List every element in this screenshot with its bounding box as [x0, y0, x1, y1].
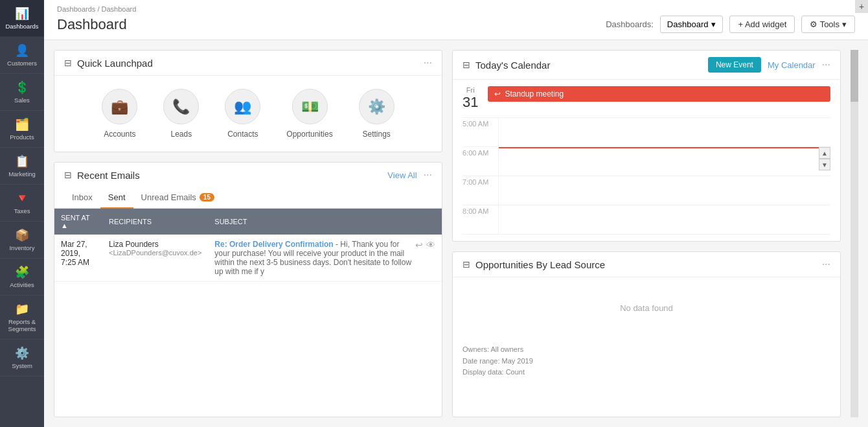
calendar-day-name: Fri: [463, 86, 478, 94]
header-controls: Dashboards: Dashboard ▾ + Add widget ⚙ T…: [606, 16, 855, 33]
current-time-indicator: [499, 147, 830, 148]
eye-icon[interactable]: 👁: [426, 240, 435, 250]
tools-button[interactable]: ⚙ Tools ▾: [801, 16, 855, 33]
sidebar-item-label: Activities: [10, 281, 34, 288]
collapse-icon[interactable]: ⊟: [463, 259, 470, 270]
time-label-7am: 7:00 AM: [463, 176, 498, 186]
sidebar-item-marketing[interactable]: 📋 Marketing: [0, 148, 44, 185]
sidebar-item-reports[interactable]: 📁 Reports & Segments: [0, 295, 44, 340]
marketing-icon: 📋: [15, 154, 29, 168]
inventory-icon: 📦: [15, 228, 29, 242]
table-row: Mar 27, 2019, 7:25 AM Liza Pounders <Liz…: [54, 235, 442, 282]
my-calendar-link[interactable]: My Calendar: [768, 60, 816, 70]
settings-icon: ⚙️: [359, 89, 394, 124]
calendar-timeline: 5:00 AM 6:00 AM ▲ ▼: [463, 117, 830, 235]
activities-icon: 🧩: [15, 265, 29, 279]
calendar-body: Fri 31 ↩ Standup meeting: [453, 80, 840, 241]
tab-unread[interactable]: Unread Emails 15: [133, 187, 222, 209]
widget-title-row: ⊟ Opportunities By Lead Source: [463, 259, 605, 270]
collapse-icon[interactable]: ⊟: [463, 60, 470, 70]
col-recipients: RECIPIENTS: [102, 209, 208, 235]
sidebar-item-products[interactable]: 🗂️ Products: [0, 111, 44, 148]
opportunities-footer: Owners: All owners Date range: May 2019 …: [453, 339, 840, 384]
calendar-header-right: New Event My Calendar ···: [708, 57, 830, 73]
email-content: Re: Order Delivery Confirmation - Hi, Th…: [208, 235, 442, 282]
breadcrumb-dashboard[interactable]: Dashboard: [102, 5, 137, 13]
scroll-down-button[interactable]: ▼: [819, 159, 830, 170]
timeline-wrapper: 5:00 AM 6:00 AM ▲ ▼: [463, 117, 830, 235]
tools-label: ⚙ Tools: [810, 19, 839, 29]
sidebar-item-dashboards[interactable]: 📊 Dashboards: [0, 0, 44, 37]
launchpad-item-label: Settings: [363, 130, 391, 139]
products-icon: 🗂️: [15, 117, 29, 132]
launchpad-item-leads[interactable]: 📞 Leads: [163, 89, 199, 139]
widget-menu-icon[interactable]: ···: [424, 57, 432, 69]
calendar-date: Fri 31: [463, 86, 478, 111]
tab-sent[interactable]: Sent: [100, 187, 133, 209]
col-sent-at[interactable]: SENT AT ▲: [54, 209, 102, 235]
email-subject[interactable]: Re: Order Delivery Confirmation: [214, 240, 333, 249]
time-content-7am: [498, 176, 830, 205]
accounts-icon: 💼: [102, 89, 137, 124]
opp-owners: Owners: All owners: [463, 344, 830, 356]
launchpad-item-contacts[interactable]: 👥 Contacts: [225, 89, 260, 139]
launchpad-item-accounts[interactable]: 💼 Accounts: [102, 89, 137, 139]
dashboards-label: Dashboards:: [606, 19, 654, 29]
sidebar-item-taxes[interactable]: 🔻 Taxes: [0, 185, 44, 222]
top-plus-button[interactable]: +: [855, 0, 868, 13]
collapse-icon[interactable]: ⊟: [64, 58, 72, 68]
calendar-event[interactable]: ↩ Standup meeting: [488, 86, 830, 102]
recipient-name: Liza Pounders: [109, 240, 201, 249]
recent-emails-title: Recent Emails: [77, 170, 140, 181]
sidebar-item-system[interactable]: ⚙️ System: [0, 340, 44, 376]
sidebar-item-label: Customers: [7, 60, 37, 67]
taxes-icon: 🔻: [15, 191, 29, 205]
launchpad-item-label: Contacts: [227, 130, 258, 139]
collapse-icon[interactable]: ⊟: [64, 170, 72, 180]
sidebar-item-label: Inventory: [9, 244, 34, 251]
sidebar-item-label: Dashboards: [5, 23, 38, 30]
calendar-date-row: Fri 31 ↩ Standup meeting: [463, 86, 830, 111]
calendar-header: ⊟ Today's Calendar New Event My Calendar…: [453, 51, 840, 80]
widget-title-row: ⊟ Recent Emails: [64, 170, 140, 181]
widget-title-row: ⊟ Quick Launchpad: [64, 58, 153, 69]
scrollbar-thumb[interactable]: [851, 50, 858, 102]
sidebar-item-inventory[interactable]: 📦 Inventory: [0, 222, 44, 259]
tab-inbox[interactable]: Inbox: [64, 187, 100, 209]
widget-menu-icon[interactable]: ···: [822, 259, 830, 270]
opp-display-data: Display data: Count: [463, 367, 830, 378]
page-scrollbar[interactable]: [851, 50, 858, 417]
time-slot-8am: 8:00 AM: [463, 205, 830, 235]
launchpad-item-settings[interactable]: ⚙️ Settings: [359, 89, 394, 139]
dashboard-select-button[interactable]: Dashboard ▾: [660, 16, 724, 33]
email-recipient: Liza Pounders <LizaDPounders@cuvox.de>: [102, 235, 208, 282]
scroll-up-button[interactable]: ▲: [819, 147, 830, 159]
launchpad-item-opportunities[interactable]: 💵 Opportunities: [286, 89, 332, 139]
col-sent-at-label: SENT AT: [61, 214, 90, 222]
dashboard-select-value: Dashboard: [667, 19, 709, 29]
sidebar-item-sales[interactable]: 💲 Sales: [0, 74, 44, 111]
widget-title-row: ⊟ Today's Calendar: [463, 60, 550, 71]
content-area: ⊟ Quick Launchpad ··· 💼 Accounts 📞 Leads: [44, 40, 868, 427]
calendar-events: ↩ Standup meeting: [488, 86, 830, 105]
sidebar-item-label: Taxes: [14, 207, 30, 214]
breadcrumb-dashboards[interactable]: Dashboards: [57, 5, 95, 13]
leads-icon: 📞: [163, 89, 199, 124]
view-all-link[interactable]: View All: [387, 170, 417, 180]
opportunities-widget: ⊟ Opportunities By Lead Source ··· No da…: [452, 251, 841, 417]
tab-unread-label: Unread Emails: [141, 192, 196, 202]
opportunities-header: ⊟ Opportunities By Lead Source ···: [453, 252, 840, 277]
reply-icon[interactable]: ↩: [415, 240, 423, 250]
col-subject-label: SUBJECT: [214, 218, 247, 225]
add-widget-button[interactable]: + Add widget: [729, 16, 795, 33]
calendar-title: Today's Calendar: [475, 60, 550, 71]
quick-launchpad-title: Quick Launchpad: [77, 58, 153, 69]
recipient-email: <LizaDPounders@cuvox.de>: [109, 249, 201, 257]
time-content-8am: [498, 205, 830, 234]
sidebar-item-customers[interactable]: 👤 Customers: [0, 37, 44, 74]
widget-menu-icon[interactable]: ···: [822, 59, 830, 71]
sidebar-item-activities[interactable]: 🧩 Activities: [0, 259, 44, 295]
no-data-message: No data found: [453, 277, 840, 339]
new-event-button[interactable]: New Event: [708, 57, 761, 73]
widget-menu-icon[interactable]: ···: [424, 169, 432, 181]
